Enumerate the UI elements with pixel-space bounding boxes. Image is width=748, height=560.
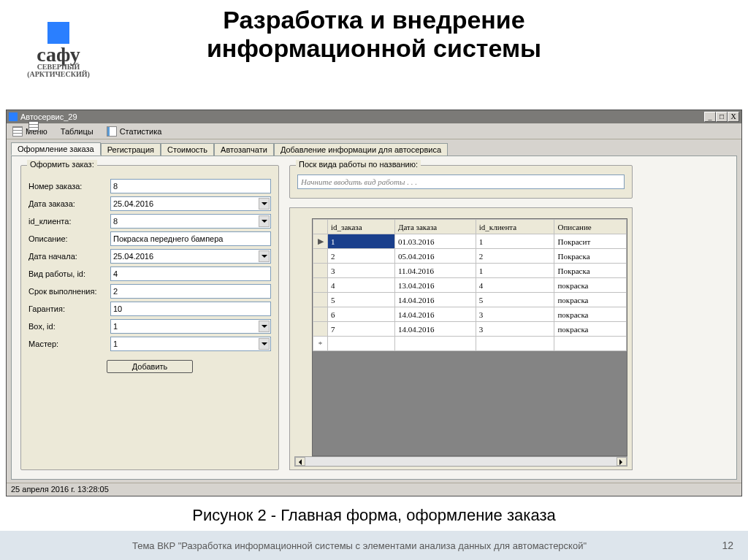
column-header[interactable]: id_клиента xyxy=(476,220,554,234)
cell[interactable]: Покраска xyxy=(554,264,627,278)
column-header[interactable]: Дата заказа xyxy=(394,220,476,234)
add-order-button[interactable]: Добавить xyxy=(107,360,194,373)
column-header[interactable]: Описание xyxy=(554,220,627,234)
field-label: id_клиента: xyxy=(28,217,110,226)
title-line1: Разработка и внедрение xyxy=(223,6,524,34)
close-button[interactable]: X xyxy=(728,112,739,122)
cell[interactable]: 05.04.2016 xyxy=(394,249,476,264)
cell[interactable]: 3 xyxy=(328,264,395,278)
row-marker[interactable] xyxy=(313,278,328,293)
app-window: Автосервис_29 _ □ X МенюТаблицыСтатистик… xyxy=(6,110,742,496)
cell[interactable]: 5 xyxy=(476,293,554,307)
tab[interactable]: Добавление информации для автосервиса xyxy=(274,143,448,156)
new-row-marker[interactable]: * xyxy=(313,337,328,351)
grid-horizontal-scrollbar[interactable] xyxy=(294,456,627,467)
cell[interactable]: 2 xyxy=(476,249,554,264)
chevron-down-icon[interactable] xyxy=(259,215,270,227)
menu-item-статистика[interactable]: Статистика xyxy=(104,126,165,137)
text-field[interactable]: 25.04.2016 xyxy=(110,249,271,264)
cell[interactable]: 7 xyxy=(328,322,395,337)
text-field[interactable]: 2 xyxy=(110,284,271,299)
maximize-button[interactable]: □ xyxy=(716,112,728,122)
cell[interactable]: 1 xyxy=(476,264,554,278)
cell[interactable]: 2 xyxy=(328,249,395,264)
cell[interactable]: покраска xyxy=(554,293,627,307)
text-field[interactable]: 1 xyxy=(110,319,271,334)
text-field[interactable]: 8 xyxy=(110,179,271,193)
titlebar[interactable]: Автосервис_29 _ □ X xyxy=(7,110,741,123)
field-value: Покраска переднего бампера xyxy=(113,234,223,243)
cell[interactable] xyxy=(328,337,395,351)
minimize-button[interactable]: _ xyxy=(704,112,716,122)
field-label: Мастер: xyxy=(28,340,110,348)
table-row[interactable]: 413.04.20164покраска xyxy=(313,278,627,293)
text-field[interactable]: 10 xyxy=(110,302,271,316)
cell[interactable]: 11.04.2016 xyxy=(394,264,476,278)
cell[interactable]: 4 xyxy=(476,278,554,293)
cell[interactable]: покраска xyxy=(554,322,627,337)
cell[interactable]: Покраска xyxy=(554,249,627,264)
cell[interactable] xyxy=(554,337,627,351)
column-header[interactable] xyxy=(313,220,328,234)
field-value: 4 xyxy=(113,269,118,278)
table-row[interactable]: 311.04.20161Покраска xyxy=(313,264,627,278)
cell[interactable]: 1 xyxy=(328,234,395,249)
scroll-track[interactable] xyxy=(305,457,617,466)
cell[interactable]: 13.04.2016 xyxy=(394,278,476,293)
cell[interactable]: 4 xyxy=(328,278,395,293)
table-row[interactable]: 205.04.20162Покраска xyxy=(313,249,627,264)
cell[interactable] xyxy=(476,337,554,351)
cell[interactable]: 14.04.2016 xyxy=(394,322,476,337)
search-input[interactable]: Начните вводить вид работы . . . xyxy=(297,174,625,189)
order-form-fieldset: Оформить заказ: Номер заказа:8Дата заказ… xyxy=(20,165,279,470)
tab[interactable]: Оформление заказа xyxy=(11,142,101,156)
cell[interactable]: покраска xyxy=(554,278,627,293)
row-marker[interactable] xyxy=(313,249,328,264)
cell[interactable]: 3 xyxy=(476,307,554,322)
column-header[interactable]: id_заказа xyxy=(328,220,395,234)
text-field[interactable]: 8 xyxy=(110,214,271,229)
row-marker[interactable] xyxy=(313,293,328,307)
cell[interactable]: 1 xyxy=(476,234,554,249)
table-row[interactable]: 514.04.20165покраска xyxy=(313,293,627,307)
form-row: Мастер:1 xyxy=(28,337,271,351)
cell[interactable]: покраска xyxy=(554,307,627,322)
chevron-down-icon[interactable] xyxy=(259,338,270,350)
table-row[interactable]: 714.04.20163покраска xyxy=(313,322,627,337)
page-number: 12 xyxy=(704,540,733,551)
cell[interactable]: Покрасит xyxy=(554,234,627,249)
orders-grid[interactable]: id_заказаДата заказаid_клиентаОписание▶1… xyxy=(312,218,627,456)
text-field[interactable]: 25.04.2016 xyxy=(110,196,271,211)
table-row[interactable]: ▶101.03.20161Покрасит xyxy=(313,234,627,249)
tab[interactable]: Регистрация xyxy=(101,143,161,156)
cell[interactable] xyxy=(394,337,476,351)
text-field[interactable]: 1 xyxy=(110,337,271,351)
menu-label: Статистика xyxy=(120,127,162,136)
scroll-right-icon[interactable] xyxy=(617,457,627,466)
text-field[interactable]: Покраска переднего бампера xyxy=(110,231,271,246)
chevron-down-icon[interactable] xyxy=(259,250,270,262)
text-field[interactable]: 4 xyxy=(110,266,271,281)
table-row[interactable]: 614.04.20163покраска xyxy=(313,307,627,322)
tab[interactable]: Стоимость xyxy=(161,143,214,156)
menu-item-таблицы[interactable]: Таблицы xyxy=(58,126,96,137)
scroll-left-icon[interactable] xyxy=(295,457,305,466)
cell[interactable]: 14.04.2016 xyxy=(394,307,476,322)
cell[interactable]: 01.03.2016 xyxy=(394,234,476,249)
chevron-down-icon[interactable] xyxy=(259,321,270,332)
cell[interactable]: 6 xyxy=(328,307,395,322)
row-marker[interactable] xyxy=(313,264,328,278)
chart-icon xyxy=(107,126,117,137)
chevron-down-icon[interactable] xyxy=(259,198,270,210)
cell[interactable]: 14.04.2016 xyxy=(394,293,476,307)
row-marker[interactable] xyxy=(313,307,328,322)
form-row: Дата заказа:25.04.2016 xyxy=(28,196,271,211)
slide-footer: Тема ВКР "Разработка информационной сист… xyxy=(0,531,748,560)
row-marker[interactable] xyxy=(313,322,328,337)
row-marker[interactable]: ▶ xyxy=(313,234,328,249)
cell[interactable]: 5 xyxy=(328,293,395,307)
new-row[interactable]: * xyxy=(313,337,627,351)
tab[interactable]: Автозапчати xyxy=(214,143,274,156)
cell[interactable]: 3 xyxy=(476,322,554,337)
form-row: Номер заказа:8 xyxy=(28,179,271,193)
